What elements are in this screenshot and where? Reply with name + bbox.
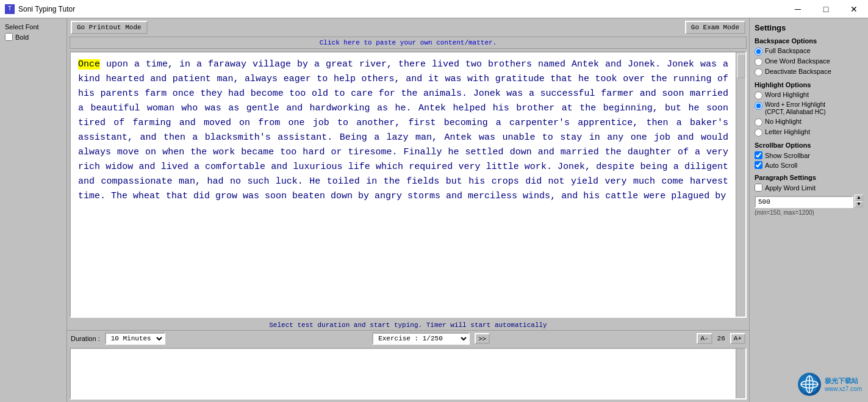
show-scrollbar-checkbox[interactable] — [755, 151, 762, 159]
word-limit-input-row: ▲ ▼ — [755, 193, 863, 208]
backspace-full-row: Full Backspace — [755, 47, 863, 56]
paragraph-section-title: Paragraph Settings — [755, 174, 863, 181]
highlighted-word: Once — [78, 59, 100, 70]
backspace-deactivate-label: Deactivate Backspace — [765, 68, 831, 75]
highlight-error-row: Word + Error Highlight(CPCT, Allahabad H… — [755, 101, 863, 116]
backspace-word-label: One Word Backspace — [765, 57, 830, 65]
highlight-letter-label: Letter Highlight — [765, 128, 810, 135]
watermark-logo-svg — [800, 375, 819, 393]
highlight-section-title: Highlight Options — [755, 81, 863, 88]
left-sidebar: Select Font Bold — [0, 18, 67, 402]
scrollbar-thumb[interactable] — [737, 54, 745, 78]
highlight-none-label: No Highlight — [765, 118, 802, 125]
word-limit-input[interactable] — [755, 196, 853, 208]
apply-word-limit-row: Apply Word Limit — [755, 184, 863, 192]
auto-scroll-label: Auto Scroll — [765, 162, 797, 169]
typing-area-wrapper — [70, 348, 747, 400]
highlight-error-radio[interactable] — [755, 102, 762, 110]
highlight-none-row: No Highlight — [755, 118, 863, 126]
highlight-word-row: Word Highlight — [755, 91, 863, 99]
backspace-word-radio[interactable] — [755, 58, 762, 66]
typing-scrollbar[interactable] — [736, 349, 745, 398]
backspace-word-row: One Word Backspace — [755, 57, 863, 66]
backspace-full-radio[interactable] — [755, 48, 762, 56]
highlight-word-label: Word Highlight — [765, 91, 809, 98]
maximize-button[interactable]: □ — [812, 0, 840, 18]
watermark-url: www.xz7.com — [825, 386, 862, 392]
auto-scroll-row: Auto Scroll — [755, 161, 863, 169]
watermark: 极光下载站 www.xz7.com — [798, 373, 862, 396]
font-decrease-button[interactable]: A- — [697, 333, 712, 344]
typing-input[interactable] — [71, 349, 736, 398]
minimize-button[interactable]: ─ — [784, 0, 812, 18]
watermark-site-name: 极光下载站 — [825, 376, 862, 386]
word-limit-spinners: ▲ ▼ — [855, 195, 863, 207]
font-increase-button[interactable]: A+ — [730, 333, 745, 344]
word-limit-hint: (min=150, max=1200) — [755, 209, 863, 216]
text-body: upon a time, in a faraway village by a g… — [78, 59, 728, 201]
highlight-none-radio[interactable] — [755, 118, 762, 126]
bold-option: Bold — [5, 33, 62, 41]
bold-label: Bold — [15, 34, 29, 41]
text-display-wrapper: Once upon a time, in a faraway village b… — [70, 51, 747, 318]
center-content: Go Printout Mode Go Exam Mode Click here… — [67, 18, 749, 402]
settings-title: Settings — [755, 23, 863, 32]
apply-word-limit-checkbox[interactable] — [755, 184, 762, 192]
go-exam-button[interactable]: Go Exam Mode — [685, 21, 745, 34]
close-button[interactable]: ✕ — [840, 0, 868, 18]
highlight-letter-radio[interactable] — [755, 129, 762, 137]
watermark-text-block: 极光下载站 www.xz7.com — [825, 376, 862, 392]
next-exercise-button[interactable]: >> — [475, 333, 490, 344]
select-font-label: Select Font — [5, 23, 62, 31]
top-bar: Go Printout Mode Go Exam Mode — [67, 18, 749, 37]
backspace-section-title: Backspace Options — [755, 37, 863, 45]
status-text: Select test duration and start typing. T… — [269, 321, 547, 329]
bottom-controls: Duration : 10 Minutes Exercise : 1/250 >… — [67, 330, 749, 346]
app-title: Soni Typing Tutor — [18, 5, 75, 13]
word-limit-up[interactable]: ▲ — [855, 195, 863, 201]
backspace-deactivate-radio[interactable] — [755, 68, 762, 76]
highlight-error-label: Word + Error Highlight(CPCT, Allahabad H… — [765, 101, 825, 116]
highlight-word-radio[interactable] — [755, 92, 762, 99]
duration-label: Duration : — [71, 335, 100, 342]
go-printout-button[interactable]: Go Printout Mode — [71, 21, 148, 34]
backspace-deactivate-row: Deactivate Backspace — [755, 68, 863, 76]
auto-scroll-checkbox[interactable] — [755, 161, 762, 169]
status-bar: Select test duration and start typing. T… — [67, 320, 749, 330]
paste-bar[interactable]: Click here to paste your own content/mat… — [70, 37, 747, 49]
main-container: Select Font Bold Go Printout Mode Go Exa… — [0, 18, 868, 402]
watermark-logo — [798, 373, 821, 396]
font-size-display: 26 — [717, 335, 725, 342]
titlebar: T Soni Typing Tutor ─ □ ✕ — [0, 0, 868, 18]
exercise-select[interactable]: Exercise : 1/250 — [372, 332, 470, 345]
text-display: Once upon a time, in a faraway village b… — [71, 52, 736, 317]
show-scrollbar-row: Show Scrollbar — [755, 151, 863, 159]
paste-bar-text[interactable]: Click here to paste your own content/mat… — [320, 39, 497, 46]
backspace-full-label: Full Backspace — [765, 47, 811, 54]
duration-select[interactable]: 10 Minutes — [105, 332, 165, 345]
word-limit-down[interactable]: ▼ — [855, 201, 863, 207]
apply-word-limit-label: Apply Word Limit — [765, 184, 816, 192]
scrollbar-section-title: Scrollbar Options — [755, 142, 863, 149]
right-panel: Settings Backspace Options Full Backspac… — [749, 18, 868, 402]
window-controls: ─ □ ✕ — [784, 0, 868, 18]
show-scrollbar-label: Show Scrollbar — [765, 152, 810, 159]
text-scrollbar[interactable] — [736, 52, 745, 317]
bold-checkbox[interactable] — [5, 33, 13, 41]
app-icon: T — [5, 4, 15, 14]
highlight-letter-row: Letter Highlight — [755, 128, 863, 137]
